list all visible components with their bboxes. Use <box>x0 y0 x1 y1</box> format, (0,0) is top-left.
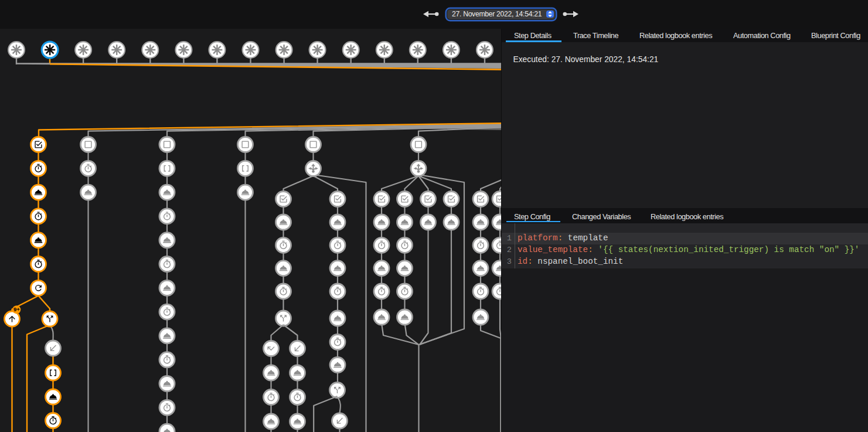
svg-text:9+: 9+ <box>13 306 20 312</box>
